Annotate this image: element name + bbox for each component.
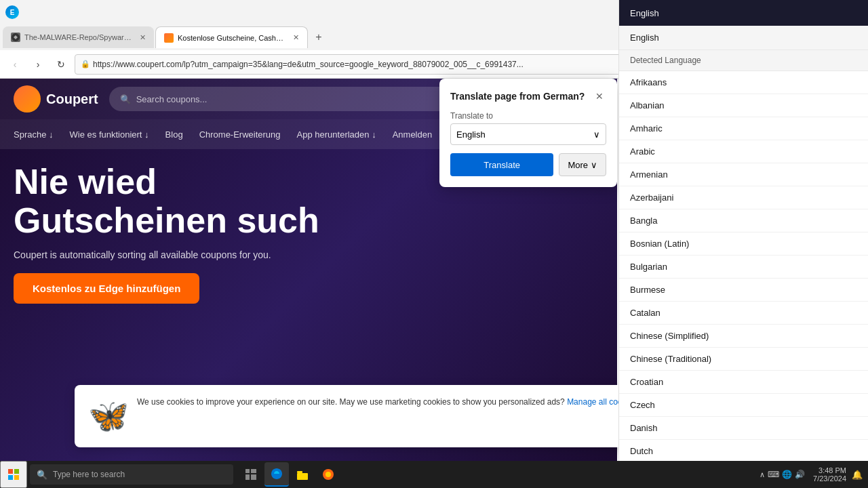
translate-header: Translate page from German? ✕ <box>450 89 606 103</box>
tab-title-coupert: Kostenlose Gutscheine, Cashba... <box>178 34 286 42</box>
network-icon[interactable]: 🌐 <box>782 470 792 479</box>
svg-rect-10 <box>297 473 308 480</box>
lang-item-afrikaans[interactable]: Afrikaans <box>619 71 868 94</box>
lang-item-albanian[interactable]: Albanian <box>619 94 868 117</box>
taskbar-time: 3:48 PM <box>813 466 846 474</box>
language-panel: English English Detected Language Afrika… <box>618 0 868 488</box>
taskbar-task-view[interactable] <box>239 462 263 487</box>
taskbar-search-text: Type here to search <box>53 470 125 479</box>
language-list: Afrikaans Albanian Amharic Arabic Armeni… <box>619 71 868 488</box>
svg-rect-9 <box>297 471 302 473</box>
volume-icon[interactable]: 🔊 <box>795 470 805 479</box>
taskbar-right: ∧ ⌨ 🌐 🔊 3:48 PM 7/23/2024 🔔 <box>751 466 868 483</box>
lang-item-armenian[interactable]: Armenian <box>619 163 868 186</box>
logo-text: Coupert <box>46 92 98 107</box>
more-button[interactable]: More ∨ <box>559 153 606 176</box>
lang-detected-label: Detected Language <box>619 50 868 71</box>
lang-item-bosnian[interactable]: Bosnian (Latin) <box>619 232 868 256</box>
lang-item-chinese-simplified[interactable]: Chinese (Simplified) <box>619 325 868 348</box>
translate-actions: Translate More ∨ <box>450 153 606 176</box>
lang-item-catalan[interactable]: Catalan <box>619 302 868 325</box>
svg-rect-2 <box>14 469 19 474</box>
lang-item-croatian[interactable]: Croatian <box>619 371 868 394</box>
taskbar-apps <box>236 462 343 487</box>
more-chevron-icon: ∨ <box>591 160 597 170</box>
svg-rect-4 <box>14 475 19 480</box>
lang-item-dutch[interactable]: Dutch <box>619 440 868 463</box>
taskbar-file-explorer[interactable] <box>290 462 315 487</box>
language-select[interactable]: English ∨ <box>450 123 606 145</box>
tab-coupert[interactable]: Kostenlose Gutscheine, Cashba... ✕ <box>155 26 308 48</box>
refresh-button[interactable]: ↻ <box>52 55 71 74</box>
taskbar-firefox[interactable] <box>316 462 340 487</box>
lang-item-chinese-traditional[interactable]: Chinese (Traditional) <box>619 348 868 371</box>
start-button[interactable] <box>0 461 27 488</box>
butterfly-image: 🦋 <box>88 396 129 436</box>
lang-item-burmese[interactable]: Burmese <box>619 279 868 302</box>
tab-close-malware[interactable]: ✕ <box>140 33 146 42</box>
lang-item-czech[interactable]: Czech <box>619 394 868 417</box>
nav-app[interactable]: App herunterladen ↓ <box>297 129 376 140</box>
selected-language-text: English <box>456 129 486 140</box>
nav-anmelden[interactable]: Anmelden <box>393 129 433 140</box>
translate-popup: Translate page from German? ✕ Translate … <box>439 79 617 187</box>
taskbar-date: 7/23/2024 <box>813 474 846 483</box>
keyboard-icon: ⌨ <box>768 470 779 479</box>
close-icon: ✕ <box>595 91 604 102</box>
taskbar-search-bar[interactable]: 🔍 Type here to search <box>30 464 233 485</box>
lang-item-danish[interactable]: Danish <box>619 417 868 440</box>
taskbar: 🔍 Type here to search ∧ ⌨ 🌐 🔊 3:48 PM 7/… <box>0 461 868 488</box>
translate-to-label: Translate to <box>450 111 606 121</box>
svg-rect-7 <box>245 474 250 480</box>
nav-sprache[interactable]: Sprache ↓ <box>14 129 54 140</box>
translate-title: Translate page from German? <box>450 91 585 102</box>
new-tab-button[interactable]: + <box>309 28 328 47</box>
lang-panel-header: English <box>619 0 868 26</box>
taskbar-time-area[interactable]: 3:48 PM 7/23/2024 <box>813 466 846 483</box>
dropdown-arrow-icon: ∨ <box>593 129 600 140</box>
back-button[interactable]: ‹ <box>5 55 24 74</box>
svg-point-12 <box>326 472 331 477</box>
svg-rect-5 <box>245 469 250 473</box>
hero-body: Coupert is automatically sorting all ava… <box>14 248 604 262</box>
notification-area: ∧ ⌨ 🌐 🔊 <box>757 470 808 479</box>
tab-title-malware: The-MALWARE-Repo/Spyware/b... <box>24 33 133 41</box>
lang-item-arabic[interactable]: Arabic <box>619 140 868 163</box>
tab-malware[interactable]: The-MALWARE-Repo/Spyware/b... ✕ <box>3 26 154 48</box>
taskbar-search-icon: 🔍 <box>37 470 47 480</box>
svg-rect-8 <box>251 474 256 480</box>
cookie-text: We use cookies to improve your experienc… <box>137 396 671 408</box>
taskbar-edge[interactable] <box>264 462 289 487</box>
tab-close-coupert[interactable]: ✕ <box>293 33 299 42</box>
translate-button[interactable]: Translate <box>450 153 553 176</box>
add-to-edge-button[interactable]: Kostenlos zu Edge hinzufügen <box>14 273 199 304</box>
nav-chrome[interactable]: Chrome-Erweiterung <box>199 129 281 140</box>
lang-item-azerbaijani[interactable]: Azerbaijani <box>619 186 868 209</box>
search-placeholder: Search coupons... <box>136 94 208 104</box>
more-label: More <box>568 160 588 170</box>
notification-bell-icon[interactable]: 🔔 <box>852 470 863 480</box>
lang-item-amharic[interactable]: Amharic <box>619 117 868 140</box>
chevron-up-icon[interactable]: ∧ <box>760 470 765 479</box>
forward-button[interactable]: › <box>28 55 47 74</box>
lang-selected-english[interactable]: English <box>619 26 868 50</box>
lang-item-bulgarian[interactable]: Bulgarian <box>619 256 868 279</box>
nav-blog[interactable]: Blog <box>165 129 183 140</box>
search-icon: 🔍 <box>120 94 131 104</box>
lang-panel-title: English <box>630 8 659 18</box>
logo-area: Coupert <box>14 85 98 113</box>
translate-close-button[interactable]: ✕ <box>593 89 606 103</box>
nav-wie[interactable]: Wie es funktioniert ↓ <box>70 129 149 140</box>
logo-icon <box>14 85 41 113</box>
tab-favicon-malware <box>11 33 20 42</box>
svg-rect-1 <box>8 469 13 474</box>
tab-favicon-coupert <box>164 33 174 43</box>
svg-rect-3 <box>8 475 13 480</box>
lang-item-bangla[interactable]: Bangla <box>619 209 868 232</box>
cookie-banner: 🦋 We use cookies to improve your experie… <box>75 385 685 447</box>
svg-rect-6 <box>251 469 256 473</box>
url-text: https://www.coupert.com/lp?utm_campaign=… <box>93 60 524 69</box>
